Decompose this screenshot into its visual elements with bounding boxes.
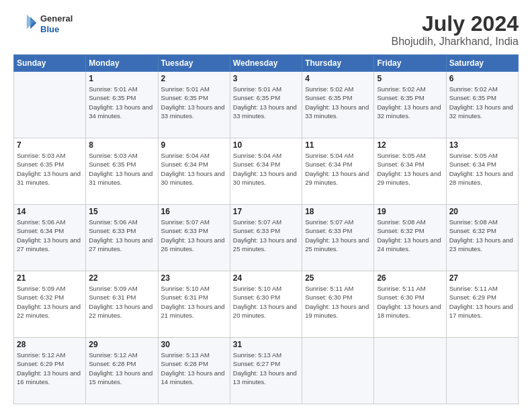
calendar-cell: 31Sunrise: 5:13 AMSunset: 6:27 PMDayligh… (230, 338, 302, 404)
day-number: 25 (305, 273, 371, 283)
day-header-monday: Monday (86, 55, 158, 72)
day-info: Sunrise: 5:09 AMSunset: 6:32 PMDaylight:… (17, 284, 83, 320)
logo-text: General Blue (40, 13, 73, 34)
calendar-week-5: 28Sunrise: 5:12 AMSunset: 6:29 PMDayligh… (14, 338, 519, 404)
calendar-cell: 22Sunrise: 5:09 AMSunset: 6:31 PMDayligh… (86, 271, 158, 338)
day-number: 31 (233, 340, 299, 349)
calendar-cell: 24Sunrise: 5:10 AMSunset: 6:30 PMDayligh… (230, 271, 302, 338)
day-header-sunday: Sunday (14, 55, 86, 72)
calendar-header-row: SundayMondayTuesdayWednesdayThursdayFrid… (14, 55, 519, 72)
calendar-cell: 21Sunrise: 5:09 AMSunset: 6:32 PMDayligh… (14, 271, 86, 338)
day-info: Sunrise: 5:02 AMSunset: 6:35 PMDaylight:… (377, 85, 443, 120)
day-number: 14 (17, 207, 83, 216)
day-number: 5 (377, 74, 443, 83)
calendar-cell: 27Sunrise: 5:11 AMSunset: 6:29 PMDayligh… (446, 271, 518, 338)
day-number: 22 (89, 273, 154, 283)
day-info: Sunrise: 5:08 AMSunset: 6:32 PMDaylight:… (449, 218, 515, 253)
day-number: 19 (377, 207, 443, 216)
calendar-cell: 12Sunrise: 5:05 AMSunset: 6:34 PMDayligh… (374, 138, 446, 205)
day-info: Sunrise: 5:02 AMSunset: 6:35 PMDaylight:… (449, 85, 515, 120)
calendar-cell (446, 338, 518, 404)
day-number: 26 (377, 273, 443, 283)
day-number: 7 (17, 140, 83, 150)
day-number: 9 (161, 140, 227, 150)
calendar-cell: 13Sunrise: 5:05 AMSunset: 6:34 PMDayligh… (446, 138, 518, 205)
calendar-cell: 28Sunrise: 5:12 AMSunset: 6:29 PMDayligh… (14, 338, 86, 404)
day-info: Sunrise: 5:07 AMSunset: 6:33 PMDaylight:… (233, 218, 299, 253)
day-info: Sunrise: 5:06 AMSunset: 6:33 PMDaylight:… (89, 218, 154, 253)
day-info: Sunrise: 5:12 AMSunset: 6:28 PMDaylight:… (89, 351, 154, 386)
day-number: 2 (161, 74, 227, 83)
day-number: 12 (377, 140, 443, 150)
day-info: Sunrise: 5:03 AMSunset: 6:35 PMDaylight:… (17, 151, 83, 187)
calendar-cell (14, 72, 86, 138)
calendar-cell: 15Sunrise: 5:06 AMSunset: 6:33 PMDayligh… (86, 205, 158, 271)
day-info: Sunrise: 5:05 AMSunset: 6:34 PMDaylight:… (377, 151, 443, 187)
day-header-thursday: Thursday (302, 55, 374, 72)
day-header-wednesday: Wednesday (230, 55, 302, 72)
day-info: Sunrise: 5:07 AMSunset: 6:33 PMDaylight:… (305, 218, 371, 253)
calendar-title: July 2024 (392, 12, 519, 36)
calendar-cell: 3Sunrise: 5:01 AMSunset: 6:35 PMDaylight… (230, 72, 302, 138)
calendar-cell (302, 338, 374, 404)
day-info: Sunrise: 5:09 AMSunset: 6:31 PMDaylight:… (89, 284, 154, 320)
calendar-week-4: 21Sunrise: 5:09 AMSunset: 6:32 PMDayligh… (14, 271, 519, 338)
logo-icon (13, 12, 38, 36)
calendar-cell: 19Sunrise: 5:08 AMSunset: 6:32 PMDayligh… (374, 205, 446, 271)
day-info: Sunrise: 5:05 AMSunset: 6:34 PMDaylight:… (449, 151, 515, 187)
day-info: Sunrise: 5:13 AMSunset: 6:27 PMDaylight:… (233, 351, 299, 386)
logo-general: General (40, 13, 73, 24)
day-number: 6 (449, 74, 515, 83)
calendar-subtitle: Bhojudih, Jharkhand, India (392, 36, 519, 48)
logo: General Blue (13, 12, 73, 36)
calendar-cell: 30Sunrise: 5:13 AMSunset: 6:28 PMDayligh… (158, 338, 230, 404)
calendar-cell: 5Sunrise: 5:02 AMSunset: 6:35 PMDaylight… (374, 72, 446, 138)
calendar-cell: 2Sunrise: 5:01 AMSunset: 6:35 PMDaylight… (158, 72, 230, 138)
day-info: Sunrise: 5:11 AMSunset: 6:30 PMDaylight:… (377, 284, 443, 320)
calendar-cell: 26Sunrise: 5:11 AMSunset: 6:30 PMDayligh… (374, 271, 446, 338)
day-info: Sunrise: 5:04 AMSunset: 6:34 PMDaylight:… (305, 151, 371, 187)
day-number: 1 (89, 74, 154, 83)
svg-marker-1 (27, 15, 34, 30)
day-number: 15 (89, 207, 154, 216)
calendar-week-1: 1Sunrise: 5:01 AMSunset: 6:35 PMDaylight… (14, 72, 519, 138)
calendar-cell: 9Sunrise: 5:04 AMSunset: 6:34 PMDaylight… (158, 138, 230, 205)
header: General Blue July 2024 Bhojudih, Jharkha… (13, 12, 519, 48)
day-number: 29 (89, 340, 154, 349)
day-number: 13 (449, 140, 515, 150)
day-info: Sunrise: 5:01 AMSunset: 6:35 PMDaylight:… (161, 85, 227, 120)
day-info: Sunrise: 5:13 AMSunset: 6:28 PMDaylight:… (161, 351, 227, 386)
calendar-cell: 4Sunrise: 5:02 AMSunset: 6:35 PMDaylight… (302, 72, 374, 138)
day-info: Sunrise: 5:11 AMSunset: 6:29 PMDaylight:… (449, 284, 515, 320)
calendar-table: SundayMondayTuesdayWednesdayThursdayFrid… (13, 54, 519, 404)
calendar-cell: 14Sunrise: 5:06 AMSunset: 6:34 PMDayligh… (14, 205, 86, 271)
day-number: 20 (449, 207, 515, 216)
calendar-cell: 10Sunrise: 5:04 AMSunset: 6:34 PMDayligh… (230, 138, 302, 205)
calendar-cell: 6Sunrise: 5:02 AMSunset: 6:35 PMDaylight… (446, 72, 518, 138)
calendar-cell: 8Sunrise: 5:03 AMSunset: 6:35 PMDaylight… (86, 138, 158, 205)
page: General Blue July 2024 Bhojudih, Jharkha… (0, 0, 532, 411)
calendar-cell: 18Sunrise: 5:07 AMSunset: 6:33 PMDayligh… (302, 205, 374, 271)
calendar-cell: 17Sunrise: 5:07 AMSunset: 6:33 PMDayligh… (230, 205, 302, 271)
day-info: Sunrise: 5:12 AMSunset: 6:29 PMDaylight:… (17, 351, 83, 386)
day-info: Sunrise: 5:04 AMSunset: 6:34 PMDaylight:… (161, 151, 227, 187)
day-number: 30 (161, 340, 227, 349)
day-number: 10 (233, 140, 299, 150)
day-info: Sunrise: 5:10 AMSunset: 6:31 PMDaylight:… (161, 284, 227, 320)
day-header-tuesday: Tuesday (158, 55, 230, 72)
day-header-friday: Friday (374, 55, 446, 72)
day-info: Sunrise: 5:01 AMSunset: 6:35 PMDaylight:… (89, 85, 154, 120)
day-info: Sunrise: 5:01 AMSunset: 6:35 PMDaylight:… (233, 85, 299, 120)
day-number: 17 (233, 207, 299, 216)
day-info: Sunrise: 5:10 AMSunset: 6:30 PMDaylight:… (233, 284, 299, 320)
day-info: Sunrise: 5:03 AMSunset: 6:35 PMDaylight:… (89, 151, 154, 187)
calendar-cell: 16Sunrise: 5:07 AMSunset: 6:33 PMDayligh… (158, 205, 230, 271)
day-number: 3 (233, 74, 299, 83)
logo-blue-text: Blue (40, 24, 59, 34)
day-header-saturday: Saturday (446, 55, 518, 72)
day-number: 21 (17, 273, 83, 283)
calendar-cell: 7Sunrise: 5:03 AMSunset: 6:35 PMDaylight… (14, 138, 86, 205)
calendar-week-3: 14Sunrise: 5:06 AMSunset: 6:34 PMDayligh… (14, 205, 519, 271)
day-number: 8 (89, 140, 154, 150)
calendar-cell: 20Sunrise: 5:08 AMSunset: 6:32 PMDayligh… (446, 205, 518, 271)
